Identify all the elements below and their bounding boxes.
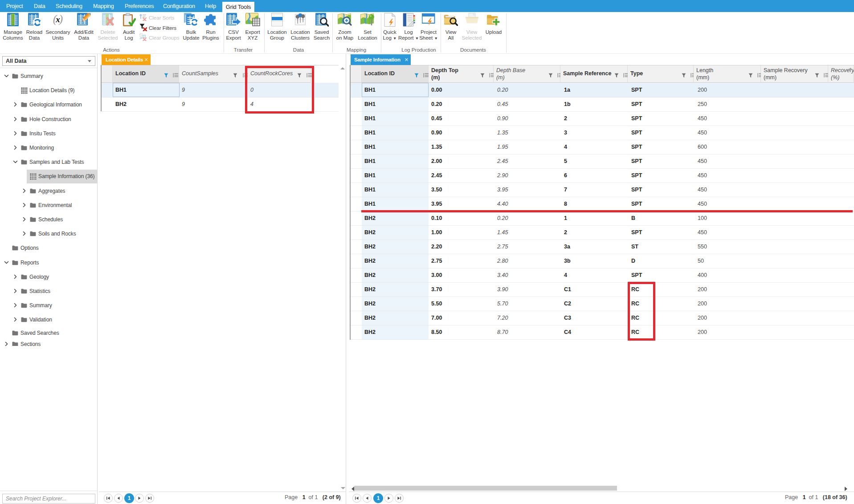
svg-text:x: x [55,15,60,24]
